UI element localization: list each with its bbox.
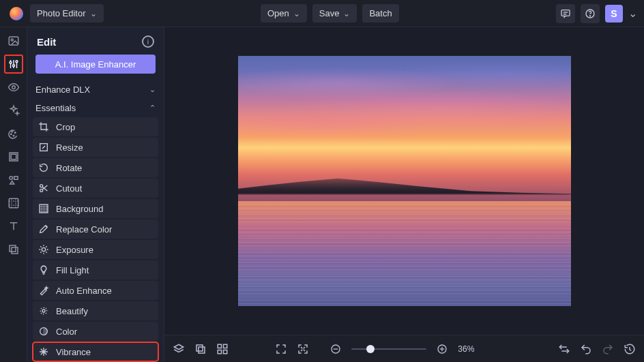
- tool-replace-color[interactable]: Replace Color: [33, 220, 158, 239]
- fill-light-icon: [38, 265, 49, 275]
- chevron-down-icon: [293, 8, 300, 18]
- exposure-icon: [38, 244, 49, 255]
- app-logo: [10, 7, 23, 20]
- undo-button[interactable]: [580, 343, 592, 355]
- duplicate-button[interactable]: [194, 343, 207, 355]
- replace-color-icon: [38, 224, 49, 235]
- svg-point-8: [10, 61, 12, 63]
- edit-panel: Edit i A.I. Image Enhancer Enhance DLX ⌄…: [27, 27, 164, 362]
- rail-brush-icon[interactable]: [4, 124, 23, 143]
- rail-edit-sliders-icon[interactable]: [4, 55, 23, 74]
- svg-rect-38: [224, 344, 227, 348]
- batch-button[interactable]: Batch: [362, 4, 398, 22]
- tool-color[interactable]: Color: [33, 322, 158, 341]
- svg-point-20: [10, 177, 13, 180]
- rail-text-icon[interactable]: [4, 217, 23, 236]
- redo-button[interactable]: [602, 343, 614, 355]
- open-label: Open: [267, 8, 289, 18]
- canvas-image[interactable]: [238, 56, 571, 306]
- save-button[interactable]: Save: [312, 4, 357, 22]
- svg-point-17: [14, 132, 16, 134]
- svg-point-32: [42, 247, 45, 251]
- svg-point-12: [16, 61, 18, 63]
- tool-crop[interactable]: Crop: [33, 117, 158, 136]
- svg-point-15: [10, 134, 12, 135]
- tool-beautify[interactable]: Beautify: [33, 301, 158, 320]
- tool-label: Replace Color: [56, 224, 112, 235]
- svg-point-33: [42, 310, 45, 312]
- photo-editor-label: Photo Editor: [37, 8, 86, 18]
- svg-rect-5: [9, 37, 18, 45]
- rail-shapes-icon[interactable]: [4, 170, 23, 190]
- zoom-slider[interactable]: [351, 344, 426, 354]
- crop-icon: [38, 121, 49, 132]
- svg-rect-26: [12, 247, 18, 254]
- tool-label: Background: [56, 204, 103, 214]
- panel-info-icon[interactable]: i: [142, 35, 154, 48]
- open-button[interactable]: Open: [261, 4, 307, 22]
- vibrance-icon: [38, 346, 49, 357]
- svg-rect-19: [11, 154, 16, 160]
- tool-label: Color: [56, 327, 77, 337]
- svg-rect-22: [9, 198, 18, 208]
- tool-resize[interactable]: Resize: [33, 138, 158, 157]
- chevron-down-icon: ⌄: [149, 85, 156, 94]
- rail-eye-icon[interactable]: [4, 78, 23, 97]
- save-label: Save: [319, 8, 340, 18]
- tool-label: Resize: [56, 142, 83, 153]
- help-icon: [585, 8, 596, 19]
- svg-point-4: [589, 15, 590, 16]
- svg-rect-37: [218, 344, 221, 348]
- chat-icon: [560, 8, 571, 19]
- tool-fill-light[interactable]: Fill Light: [33, 260, 158, 280]
- tool-rotate[interactable]: Rotate: [33, 158, 158, 177]
- rotate-icon: [38, 162, 49, 173]
- rail-frame-icon[interactable]: [4, 147, 23, 166]
- section-essentials[interactable]: Essentials ⌃: [27, 99, 164, 117]
- tool-label: Vibrance: [56, 347, 91, 357]
- tool-exposure[interactable]: Exposure: [33, 240, 158, 259]
- rail-layers-icon[interactable]: [4, 240, 23, 259]
- rail-image-icon[interactable]: [4, 31, 23, 50]
- svg-point-13: [12, 86, 15, 89]
- account-chevron-down-icon[interactable]: ⌄: [628, 7, 637, 20]
- comments-button[interactable]: [556, 4, 575, 23]
- tool-label: Crop: [56, 122, 75, 132]
- user-avatar[interactable]: S: [605, 5, 623, 22]
- zoom-in-button[interactable]: [436, 343, 448, 355]
- topbar: Photo Editor Open Save Batch S ⌄: [0, 0, 644, 27]
- svg-rect-21: [14, 177, 17, 180]
- tool-label: Rotate: [56, 163, 82, 173]
- tool-cutout[interactable]: Cutout: [33, 179, 158, 198]
- grid-button[interactable]: [216, 343, 229, 355]
- fit-screen-button[interactable]: [297, 343, 309, 355]
- layers-button[interactable]: [173, 343, 185, 355]
- compare-button[interactable]: [558, 343, 570, 355]
- essentials-tool-list: Crop Resize Rotate Cutout Background Rep…: [27, 117, 164, 362]
- background-icon: [38, 203, 49, 214]
- history-button[interactable]: [624, 343, 636, 355]
- tool-auto-enhance[interactable]: Auto Enhance: [33, 281, 158, 300]
- svg-rect-35: [196, 345, 203, 351]
- svg-point-10: [12, 65, 14, 67]
- rail-overlay-icon[interactable]: [4, 194, 23, 213]
- batch-label: Batch: [369, 8, 392, 18]
- svg-point-16: [13, 135, 14, 136]
- ai-image-enhancer-button[interactable]: A.I. Image Enhancer: [35, 55, 156, 74]
- chevron-up-icon: ⌃: [149, 104, 156, 112]
- help-button[interactable]: [581, 4, 600, 23]
- top-center-actions: Open Save Batch: [261, 4, 399, 22]
- photo-editor-dropdown[interactable]: Photo Editor: [30, 4, 104, 22]
- svg-rect-40: [224, 350, 227, 353]
- top-right-actions: S ⌄: [556, 4, 637, 23]
- zoom-out-button[interactable]: [330, 343, 342, 355]
- chevron-down-icon: [343, 8, 350, 18]
- svg-rect-25: [10, 245, 16, 252]
- section-enhance-dlx[interactable]: Enhance DLX ⌄: [27, 80, 164, 99]
- tool-background[interactable]: Background: [33, 199, 158, 218]
- section-label: Enhance DLX: [35, 85, 90, 95]
- rail-sparkle-icon[interactable]: [4, 101, 23, 120]
- tool-vibrance[interactable]: Vibrance: [33, 342, 158, 361]
- fullscreen-button[interactable]: [275, 343, 287, 355]
- resize-icon: [38, 142, 49, 153]
